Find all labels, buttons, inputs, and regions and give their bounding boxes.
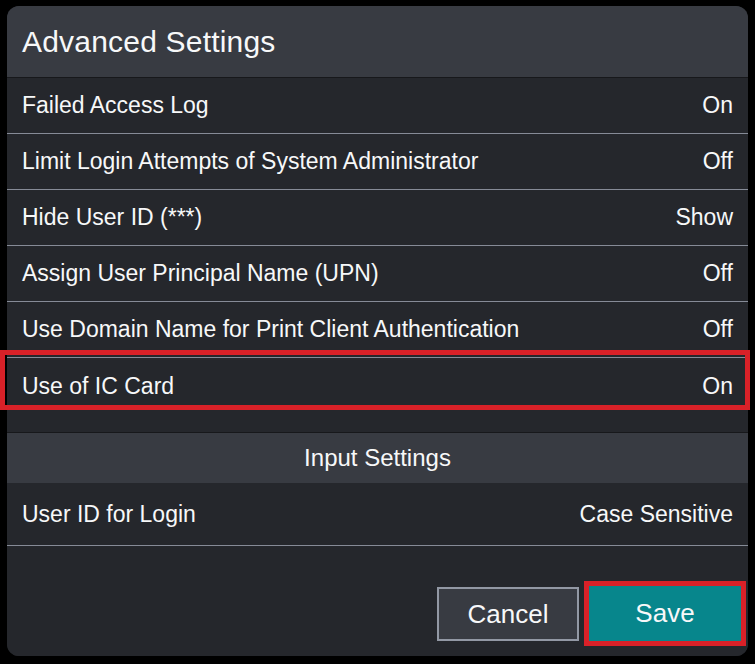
row-hide-user-id[interactable]: Hide User ID (***) Show [7,190,748,246]
row-label: User ID for Login [22,501,196,528]
row-value: On [702,373,733,400]
save-button-highlight-box: Save [584,581,746,646]
row-label: Hide User ID (***) [22,204,202,231]
dialog-footer: Cancel Save [7,546,748,656]
row-limit-login-attempts[interactable]: Limit Login Attempts of System Administr… [7,134,748,190]
row-assign-upn[interactable]: Assign User Principal Name (UPN) Off [7,246,748,302]
input-settings-section-header: Input Settings [7,432,748,483]
row-label: Limit Login Attempts of System Administr… [22,148,478,175]
cancel-button[interactable]: Cancel [437,587,579,641]
row-value: Case Sensitive [580,501,733,528]
row-value: Show [675,204,733,231]
row-label: Assign User Principal Name (UPN) [22,260,379,287]
row-label: Failed Access Log [22,92,209,119]
row-value: Off [703,260,733,287]
advanced-settings-dialog: Advanced Settings Failed Access Log On L… [7,6,748,656]
row-label: Use Domain Name for Print Client Authent… [22,316,519,343]
row-value: Off [703,316,733,343]
dialog-title: Advanced Settings [7,6,748,78]
section-spacer [7,414,748,432]
row-user-id-for-login[interactable]: User ID for Login Case Sensitive [7,483,748,546]
row-use-domain-name[interactable]: Use Domain Name for Print Client Authent… [7,302,748,358]
save-button[interactable]: Save [589,586,741,641]
row-value: Off [703,148,733,175]
row-failed-access-log[interactable]: Failed Access Log On [7,78,748,134]
row-value: On [702,92,733,119]
row-use-of-ic-card[interactable]: Use of IC Card On [7,358,748,414]
row-label: Use of IC Card [22,373,174,400]
